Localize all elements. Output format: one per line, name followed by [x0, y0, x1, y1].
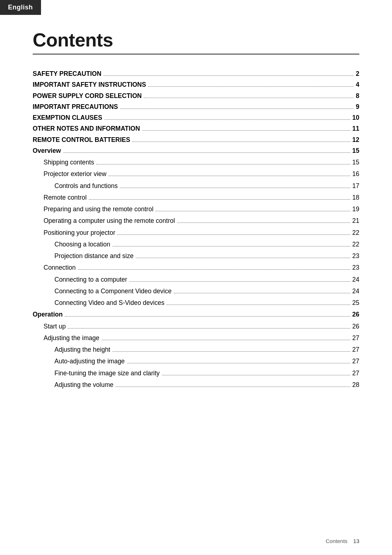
toc-label-connecting-component: Connecting to a Component Video device	[54, 286, 172, 296]
toc-page-remote-batteries: 12	[352, 135, 359, 144]
toc-dots-remote-batteries	[132, 142, 350, 142]
footer-page-number: 13	[353, 538, 359, 544]
toc-label-safety-precaution: SAFETY PRECAUTION	[33, 69, 101, 78]
toc-dots-important-precautions	[120, 109, 354, 109]
toc-dots-safety-precaution	[103, 76, 354, 76]
toc-item-controls-functions: Controls and functions17	[33, 181, 359, 191]
toc-label-connecting-video: Connecting Video and S-Video devices	[54, 298, 164, 307]
toc-page-other-notes: 11	[352, 124, 359, 133]
toc-page-adjusting-volume: 28	[352, 380, 359, 389]
toc-label-overview: Overview	[33, 146, 61, 155]
toc-dots-preparing-remote	[156, 211, 350, 211]
toc-item-other-notes: OTHER NOTES AND INFORMATION11	[33, 124, 359, 133]
toc-dots-overview	[63, 152, 350, 153]
toc-page-operation: 26	[352, 310, 359, 319]
toc-page-projector-exterior: 16	[352, 169, 359, 179]
toc-page-preparing-remote: 19	[352, 204, 359, 214]
toc-label-projector-exterior: Projector exterior view	[44, 169, 106, 179]
toc-item-power-supply: POWER SUPPLY CORD SELECTION8	[33, 91, 359, 101]
toc-label-connection: Connection	[44, 263, 76, 272]
toc-item-adjusting-image: Adjusting the image27	[33, 333, 359, 343]
toc-label-choosing-location: Choosing a location	[54, 240, 110, 249]
toc-page-power-supply: 8	[356, 91, 359, 101]
toc-dots-projector-exterior	[109, 176, 350, 176]
toc-dots-controls-functions	[120, 188, 350, 188]
toc-page-connecting-computer: 24	[352, 275, 359, 284]
footer-label: Contents	[326, 538, 347, 544]
toc-item-remote-batteries: REMOTE CONTROL BATTERIES12	[33, 135, 359, 144]
toc-label-auto-adjusting: Auto-adjusting the image	[54, 356, 125, 366]
toc-item-important-safety: IMPORTANT SAFETY INSTRUCTIONS4	[33, 80, 359, 89]
page-title: Contents	[33, 29, 359, 51]
toc-label-important-safety: IMPORTANT SAFETY INSTRUCTIONS	[33, 80, 146, 89]
toc-item-important-precautions: IMPORTANT PRECAUTIONS9	[33, 102, 359, 111]
toc-label-preparing-remote: Preparing and using the remote control	[44, 204, 154, 214]
toc-dots-connection	[78, 269, 350, 270]
toc-page-shipping-contents: 15	[352, 158, 359, 167]
toc-item-shipping-contents: Shipping contents15	[33, 158, 359, 167]
toc-page-connecting-component: 24	[352, 286, 359, 296]
toc-page-fine-tuning: 27	[352, 368, 359, 378]
toc-label-connecting-computer: Connecting to a computer	[54, 275, 127, 284]
toc-page-controls-functions: 17	[352, 181, 359, 191]
toc-label-power-supply: POWER SUPPLY CORD SELECTION	[33, 91, 142, 101]
toc-dots-connecting-computer	[129, 281, 350, 282]
toc-label-other-notes: OTHER NOTES AND INFORMATION	[33, 124, 140, 133]
toc-dots-auto-adjusting	[127, 363, 350, 363]
page-footer: Contents 13	[326, 538, 359, 544]
toc-label-remote-control: Remote control	[44, 193, 87, 202]
toc-dots-start-up	[68, 328, 350, 328]
toc-item-exemption-clauses: EXEMPTION CLAUSES10	[33, 113, 359, 122]
toc-label-operation: Operation	[33, 310, 63, 319]
title-divider	[33, 54, 359, 54]
toc-label-adjusting-height: Adjusting the height	[54, 345, 110, 354]
toc-dots-shipping-contents	[96, 164, 350, 164]
toc-item-projection-distance: Projection distance and size23	[33, 251, 359, 261]
toc-item-operation: Operation26	[33, 310, 359, 319]
toc-item-adjusting-volume: Adjusting the volume28	[33, 380, 359, 389]
toc-page-overview: 15	[352, 146, 359, 155]
toc-dots-positioning-projector	[117, 234, 350, 235]
toc-item-start-up: Start up26	[33, 322, 359, 331]
toc-page-connection: 23	[352, 263, 359, 272]
toc-dots-connecting-video	[167, 305, 350, 305]
toc-label-fine-tuning: Fine-tuning the image size and clarity	[54, 368, 160, 378]
toc-label-shipping-contents: Shipping contents	[44, 158, 94, 167]
toc-dots-adjusting-image	[102, 340, 350, 340]
toc-page-choosing-location: 22	[352, 240, 359, 249]
toc-page-adjusting-height: 27	[352, 345, 359, 354]
toc-dots-exemption-clauses	[105, 119, 350, 120]
toc-page-auto-adjusting: 27	[352, 356, 359, 366]
toc-label-adjusting-image: Adjusting the image	[44, 333, 99, 343]
toc-page-start-up: 26	[352, 322, 359, 331]
toc-page-important-safety: 4	[356, 80, 359, 89]
toc-item-overview: Overview15	[33, 146, 359, 155]
toc-label-adjusting-volume: Adjusting the volume	[54, 380, 113, 389]
toc-label-positioning-projector: Positioning your projector	[44, 228, 115, 237]
toc-dots-fine-tuning	[162, 375, 350, 375]
toc-item-choosing-location: Choosing a location22	[33, 240, 359, 249]
toc-label-operating-computer: Operating a computer using the remote co…	[44, 216, 175, 225]
toc-page-positioning-projector: 22	[352, 228, 359, 237]
toc-dots-operating-computer	[177, 223, 350, 223]
page-content: Contents SAFETY PRECAUTION2IMPORTANT SAF…	[0, 0, 392, 413]
toc-item-auto-adjusting: Auto-adjusting the image27	[33, 356, 359, 366]
toc-label-start-up: Start up	[44, 322, 66, 331]
toc-list: SAFETY PRECAUTION2IMPORTANT SAFETY INSTR…	[33, 69, 359, 389]
toc-item-safety-precaution: SAFETY PRECAUTION2	[33, 69, 359, 78]
toc-page-safety-precaution: 2	[356, 69, 359, 78]
toc-dots-connecting-component	[174, 293, 350, 293]
toc-label-controls-functions: Controls and functions	[54, 181, 118, 191]
toc-dots-operation	[65, 316, 350, 317]
toc-page-operating-computer: 21	[352, 216, 359, 225]
toc-item-fine-tuning: Fine-tuning the image size and clarity27	[33, 368, 359, 378]
toc-label-remote-batteries: REMOTE CONTROL BATTERIES	[33, 135, 130, 144]
toc-label-projection-distance: Projection distance and size	[54, 251, 134, 261]
english-tab: English	[0, 0, 41, 15]
toc-item-connecting-component: Connecting to a Component Video device24	[33, 286, 359, 296]
toc-item-projector-exterior: Projector exterior view16	[33, 169, 359, 179]
toc-item-operating-computer: Operating a computer using the remote co…	[33, 216, 359, 225]
toc-page-connecting-video: 25	[352, 298, 359, 307]
toc-item-connecting-video: Connecting Video and S-Video devices25	[33, 298, 359, 307]
toc-dots-choosing-location	[113, 246, 350, 246]
